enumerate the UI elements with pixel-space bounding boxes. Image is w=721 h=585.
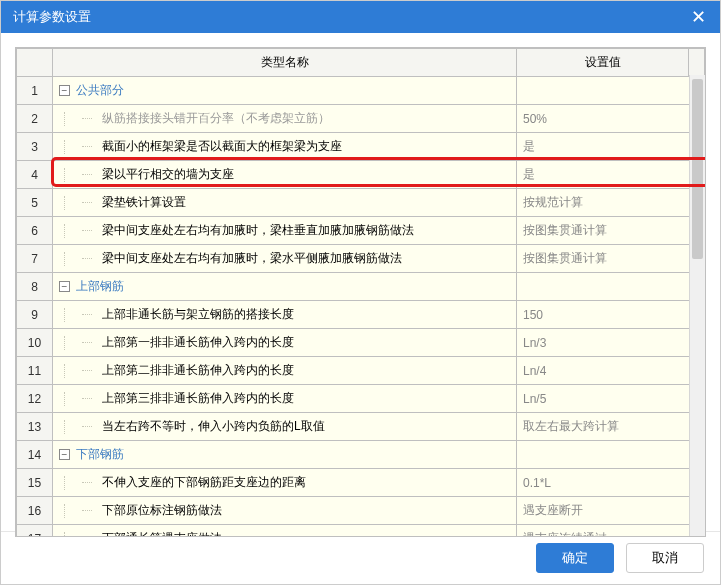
row-value-cell[interactable]: 150 — [517, 301, 705, 329]
row-label: 上部第三排非通长筋伸入跨内的长度 — [96, 391, 294, 405]
tree-branch-icon — [82, 398, 92, 399]
close-icon[interactable]: ✕ — [687, 8, 710, 26]
tree-indent — [64, 476, 82, 490]
row-label-cell[interactable]: −下部钢筋 — [53, 441, 517, 469]
row-label-cell[interactable]: −公共部分 — [53, 77, 517, 105]
cancel-button[interactable]: 取消 — [626, 543, 704, 573]
ok-button[interactable]: 确定 — [536, 543, 614, 573]
table-row[interactable]: 13当左右跨不等时，伸入小跨内负筋的L取值取左右最大跨计算 — [17, 413, 705, 441]
row-value-cell[interactable]: 按规范计算 — [517, 189, 705, 217]
row-value-cell[interactable]: 按图集贯通计算 — [517, 217, 705, 245]
row-label: 上部第二排非通长筋伸入跨内的长度 — [96, 363, 294, 377]
tree-branch-icon — [82, 510, 92, 511]
row-label-cell[interactable]: 上部第二排非通长筋伸入跨内的长度 — [53, 357, 517, 385]
row-label-cell[interactable]: 下部通长筋遇支座做法 — [53, 525, 517, 538]
row-value-cell[interactable]: 遇支座断开 — [517, 497, 705, 525]
row-number: 2 — [17, 105, 53, 133]
table-row[interactable]: 9上部非通长筋与架立钢筋的搭接长度150 — [17, 301, 705, 329]
title-bar: 计算参数设置 ✕ — [1, 1, 720, 33]
row-value-cell[interactable]: Ln/4 — [517, 357, 705, 385]
table-row[interactable]: 4梁以平行相交的墙为支座是 — [17, 161, 705, 189]
row-number: 13 — [17, 413, 53, 441]
row-number: 8 — [17, 273, 53, 301]
row-label-cell[interactable]: 梁中间支座处左右均有加腋时，梁柱垂直加腋加腋钢筋做法 — [53, 217, 517, 245]
row-label-cell[interactable]: 上部第一排非通长筋伸入跨内的长度 — [53, 329, 517, 357]
parameter-grid: 类型名称 设置值 1−公共部分2纵筋搭接接头错开百分率（不考虑架立筋）50%3截… — [16, 48, 705, 537]
table-row[interactable]: 1−公共部分 — [17, 77, 705, 105]
row-value-cell[interactable] — [517, 77, 705, 105]
row-label-cell[interactable]: 梁中间支座处左右均有加腋时，梁水平侧腋加腋钢筋做法 — [53, 245, 517, 273]
tree-branch-icon — [82, 482, 92, 483]
table-row[interactable]: 15不伸入支座的下部钢筋距支座边的距离0.1*L — [17, 469, 705, 497]
row-value-cell[interactable]: 遇支座连续通过 — [517, 525, 705, 538]
window-title: 计算参数设置 — [13, 8, 91, 26]
row-number: 5 — [17, 189, 53, 217]
tree-indent — [64, 168, 82, 182]
row-label-cell[interactable]: 梁垫铁计算设置 — [53, 189, 517, 217]
row-label-cell[interactable]: 梁以平行相交的墙为支座 — [53, 161, 517, 189]
tree-indent — [64, 224, 82, 238]
collapse-toggle-icon[interactable]: − — [59, 281, 70, 292]
table-row[interactable]: 8−上部钢筋 — [17, 273, 705, 301]
row-value-cell[interactable]: 是 — [517, 161, 705, 189]
row-value-cell[interactable] — [517, 441, 705, 469]
row-label: 梁中间支座处左右均有加腋时，梁水平侧腋加腋钢筋做法 — [96, 251, 402, 265]
vertical-scrollbar[interactable] — [689, 75, 705, 536]
group-label: 公共部分 — [76, 83, 124, 97]
row-value-cell[interactable] — [517, 273, 705, 301]
scrollbar-thumb[interactable] — [692, 79, 703, 259]
row-label-cell[interactable]: 纵筋搭接接头错开百分率（不考虑架立筋） — [53, 105, 517, 133]
row-value-cell[interactable]: 按图集贯通计算 — [517, 245, 705, 273]
table-row[interactable]: 2纵筋搭接接头错开百分率（不考虑架立筋）50% — [17, 105, 705, 133]
tree-branch-icon — [82, 202, 92, 203]
table-row[interactable]: 6梁中间支座处左右均有加腋时，梁柱垂直加腋加腋钢筋做法按图集贯通计算 — [17, 217, 705, 245]
header-value: 设置值 — [517, 49, 689, 77]
tree-indent — [64, 532, 82, 537]
tree-branch-icon — [82, 146, 92, 147]
table-row[interactable]: 3截面小的框架梁是否以截面大的框架梁为支座是 — [17, 133, 705, 161]
row-label: 不伸入支座的下部钢筋距支座边的距离 — [96, 475, 306, 489]
row-label-cell[interactable]: 上部非通长筋与架立钢筋的搭接长度 — [53, 301, 517, 329]
row-value-cell[interactable]: Ln/5 — [517, 385, 705, 413]
row-number: 3 — [17, 133, 53, 161]
row-number: 7 — [17, 245, 53, 273]
tree-indent — [64, 140, 82, 154]
tree-branch-icon — [82, 426, 92, 427]
header-scroll-gap — [689, 49, 705, 77]
tree-indent — [64, 252, 82, 266]
row-value-cell[interactable]: 50% — [517, 105, 705, 133]
row-label-cell[interactable]: 上部第三排非通长筋伸入跨内的长度 — [53, 385, 517, 413]
row-number: 12 — [17, 385, 53, 413]
row-number: 10 — [17, 329, 53, 357]
table-row[interactable]: 14−下部钢筋 — [17, 441, 705, 469]
row-label-cell[interactable]: 不伸入支座的下部钢筋距支座边的距离 — [53, 469, 517, 497]
row-label: 纵筋搭接接头错开百分率（不考虑架立筋） — [96, 111, 330, 125]
table-row[interactable]: 17下部通长筋遇支座做法遇支座连续通过 — [17, 525, 705, 538]
tree-indent — [64, 336, 82, 350]
row-label-cell[interactable]: −上部钢筋 — [53, 273, 517, 301]
table-row[interactable]: 12上部第三排非通长筋伸入跨内的长度Ln/5 — [17, 385, 705, 413]
row-value-cell[interactable]: 是 — [517, 133, 705, 161]
row-number: 4 — [17, 161, 53, 189]
table-row[interactable]: 16下部原位标注钢筋做法遇支座断开 — [17, 497, 705, 525]
tree-branch-icon — [82, 118, 92, 119]
row-label-cell[interactable]: 当左右跨不等时，伸入小跨内负筋的L取值 — [53, 413, 517, 441]
row-value-cell[interactable]: 取左右最大跨计算 — [517, 413, 705, 441]
table-row[interactable]: 11上部第二排非通长筋伸入跨内的长度Ln/4 — [17, 357, 705, 385]
table-row[interactable]: 10上部第一排非通长筋伸入跨内的长度Ln/3 — [17, 329, 705, 357]
row-label: 梁中间支座处左右均有加腋时，梁柱垂直加腋加腋钢筋做法 — [96, 223, 414, 237]
row-number: 6 — [17, 217, 53, 245]
row-label: 上部非通长筋与架立钢筋的搭接长度 — [96, 307, 294, 321]
table-row[interactable]: 7梁中间支座处左右均有加腋时，梁水平侧腋加腋钢筋做法按图集贯通计算 — [17, 245, 705, 273]
collapse-toggle-icon[interactable]: − — [59, 449, 70, 460]
row-label: 梁以平行相交的墙为支座 — [96, 167, 234, 181]
collapse-toggle-icon[interactable]: − — [59, 85, 70, 96]
row-value-cell[interactable]: Ln/3 — [517, 329, 705, 357]
group-label: 上部钢筋 — [76, 279, 124, 293]
tree-indent — [64, 364, 82, 378]
row-label-cell[interactable]: 截面小的框架梁是否以截面大的框架梁为支座 — [53, 133, 517, 161]
row-value-cell[interactable]: 0.1*L — [517, 469, 705, 497]
tree-indent — [64, 392, 82, 406]
table-row[interactable]: 5梁垫铁计算设置按规范计算 — [17, 189, 705, 217]
row-label-cell[interactable]: 下部原位标注钢筋做法 — [53, 497, 517, 525]
